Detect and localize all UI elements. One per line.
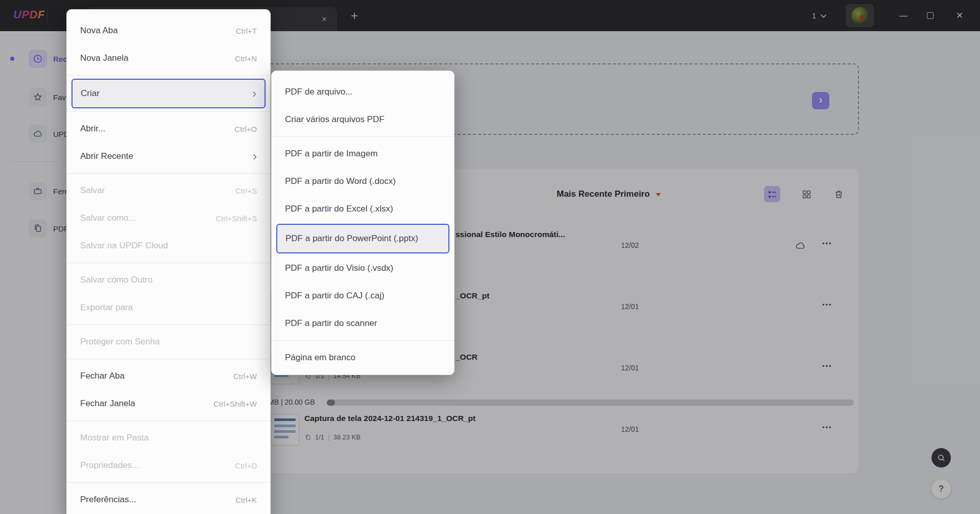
menu-item-label: Nova Janela: [80, 53, 129, 63]
menu-item-label: Preferências...: [80, 495, 136, 505]
menu-item-label: PDF a partir do scanner: [285, 318, 377, 329]
submenu-item-pdf-de-arquivo[interactable]: PDF de arquivo...: [272, 78, 454, 106]
submenu-item-pdf-do-caj[interactable]: PDF a partir do CAJ (.caj): [272, 282, 454, 310]
menu-item-label: PDF a partir de Imagem: [285, 149, 377, 159]
menu-item-label: Criar vários arquivos PDF: [285, 114, 385, 125]
menu-divider: [67, 359, 270, 359]
menu-item-label: Abrir...: [80, 124, 105, 134]
menu-divider: [67, 75, 270, 76]
menu-item-fechar-aba[interactable]: Fechar Aba Ctrl+W: [67, 362, 270, 390]
menu-item-shortcut: Ctrl+T: [236, 27, 257, 35]
menu-item-label: Abrir Recente: [80, 151, 133, 161]
menu-divider: [67, 173, 270, 174]
menu-divider: [67, 482, 270, 483]
submenu-item-criar-varios-arquivos-pdf[interactable]: Criar vários arquivos PDF: [272, 106, 454, 133]
menu-item-exportar-para: Exportar para: [67, 294, 270, 321]
submenu-item-pdf-do-excel[interactable]: PDF a partir do Excel (.xlsx): [272, 195, 454, 223]
menu-item-label: Fechar Janela: [80, 399, 135, 409]
menu-item-salvar-como: Salvar como... Ctrl+Shift+S: [67, 204, 270, 232]
menu-divider: [272, 340, 454, 341]
menu-divider: [67, 324, 270, 325]
menu-item-label: Exportar para: [80, 302, 133, 313]
menu-item-shortcut: Ctrl+K: [235, 496, 257, 504]
menu-divider: [67, 263, 270, 263]
menu-item-shortcut: Ctrl+D: [235, 461, 257, 470]
menu-item-propriedades: Propriedades... Ctrl+D: [67, 452, 270, 479]
menu-item-label: Página em branco: [285, 353, 355, 363]
menu-item-label: Propriedades...: [80, 460, 139, 471]
menu-item-label: Salvar como Outro: [80, 275, 153, 285]
menu-item-nova-janela[interactable]: Nova Janela Ctrl+N: [67, 44, 270, 72]
menu-item-abrir-recente[interactable]: Abrir Recente ›: [67, 143, 270, 170]
menu-item-label: PDF a partir do Word (.docx): [285, 176, 396, 186]
menu-item-label: Salvar: [80, 185, 105, 196]
menu-item-nova-aba[interactable]: Nova Aba Ctrl+T: [67, 17, 270, 44]
menu-item-salvar: Salvar Ctrl+S: [67, 177, 270, 204]
menu-item-label: PDF a partir do Excel (.xlsx): [285, 204, 393, 214]
menu-item-shortcut: Ctrl+S: [235, 186, 257, 195]
menu-item-proteger-com-senha: Proteger com Senha: [67, 328, 270, 356]
menu-item-label: Mostrar em Pasta: [80, 433, 149, 443]
menu-item-shortcut: Ctrl+N: [235, 54, 257, 63]
menu-item-criar[interactable]: Criar ›: [71, 79, 266, 108]
menu-item-label: Nova Aba: [80, 26, 118, 36]
submenu-item-pdf-do-visio[interactable]: PDF a partir do Visio (.vsdx): [272, 254, 454, 282]
menu-item-label: PDF de arquivo...: [285, 87, 352, 97]
submenu-arrow-icon: ›: [253, 151, 257, 161]
submenu-item-pdf-do-word[interactable]: PDF a partir do Word (.docx): [272, 168, 454, 195]
menu-item-label: PDF a partir do Visio (.vsdx): [285, 263, 393, 273]
menu-item-shortcut: Ctrl+Shift+S: [216, 214, 257, 223]
menu-item-preferencias[interactable]: Preferências... Ctrl+K: [67, 486, 270, 513]
submenu-item-pdf-do-powerpoint[interactable]: PDF a partir do PowerPoint (.pptx): [276, 224, 449, 253]
menu-item-label: Salvar como...: [80, 213, 136, 223]
menu-item-mostrar-em-pasta: Mostrar em Pasta: [67, 424, 270, 452]
menu-item-salvar-na-updf-cloud: Salvar na UPDF Cloud: [67, 232, 270, 260]
menu-item-label: PDF a partir do CAJ (.caj): [285, 291, 385, 301]
create-submenu: PDF de arquivo... Criar vários arquivos …: [271, 71, 455, 375]
menu-item-salvar-como-outro: Salvar como Outro: [67, 266, 270, 294]
menu-item-fechar-janela[interactable]: Fechar Janela Ctrl+Shift+W: [67, 390, 270, 417]
submenu-arrow-icon: ›: [252, 88, 256, 99]
menu-item-label: Fechar Aba: [80, 371, 125, 381]
menu-item-shortcut: Ctrl+Shift+W: [213, 400, 257, 408]
menu-item-label: Salvar na UPDF Cloud: [80, 241, 168, 251]
menu-item-label: Proteger com Senha: [80, 337, 160, 347]
submenu-item-pagina-em-branco[interactable]: Página em branco: [272, 344, 454, 371]
submenu-item-pdf-de-imagem[interactable]: PDF a partir de Imagem: [272, 140, 454, 168]
menu-item-shortcut: Ctrl+O: [234, 125, 257, 133]
menu-item-label: Criar: [81, 88, 100, 99]
menu-divider: [272, 136, 454, 137]
menu-divider: [67, 111, 270, 112]
file-menu: Nova Aba Ctrl+T Nova Janela Ctrl+N Criar…: [66, 9, 271, 514]
menu-divider: [67, 420, 270, 421]
menu-item-shortcut: Ctrl+W: [233, 372, 257, 381]
menu-item-abrir[interactable]: Abrir... Ctrl+O: [67, 115, 270, 143]
submenu-item-pdf-do-scanner[interactable]: PDF a partir do scanner: [272, 310, 454, 337]
menu-item-label: PDF a partir do PowerPoint (.pptx): [285, 233, 418, 244]
